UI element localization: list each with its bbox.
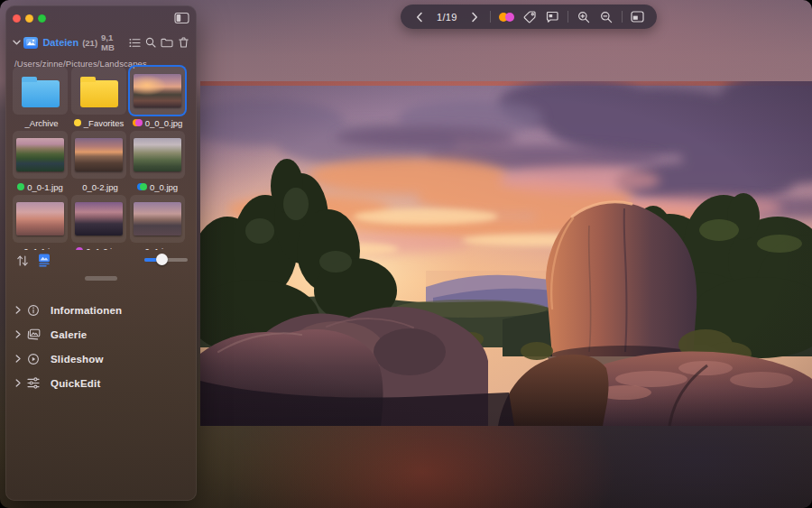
photo-viewer[interactable] bbox=[200, 81, 812, 426]
folder-tile[interactable] bbox=[13, 67, 68, 115]
thumbnail bbox=[134, 202, 181, 236]
picture-glyph bbox=[26, 39, 36, 46]
image-tile-selected[interactable] bbox=[130, 67, 185, 115]
fullscreen-button[interactable] bbox=[38, 14, 46, 23]
file-item[interactable]: _Archive bbox=[13, 67, 68, 131]
zoom-in-icon bbox=[577, 11, 590, 23]
file-item[interactable]: 0_0_0.jpg bbox=[130, 67, 185, 131]
image-tile[interactable] bbox=[130, 195, 185, 243]
section-slideshow[interactable]: Slideshow bbox=[5, 346, 197, 371]
toolbar-divider bbox=[490, 11, 491, 23]
sidebar-panel: Dateien (21) 9,1 MB bbox=[5, 5, 197, 501]
chevron-right-icon bbox=[471, 12, 478, 23]
files-section-title[interactable]: Dateien bbox=[42, 37, 78, 48]
section-label: Informationen bbox=[51, 305, 122, 316]
thumbnail bbox=[16, 202, 64, 236]
file-item[interactable]: 0_1-1.jpg bbox=[13, 195, 68, 250]
previous-image-button[interactable] bbox=[412, 9, 427, 25]
file-name: 0_0-1.jpg bbox=[27, 182, 63, 192]
landscape-photo bbox=[200, 81, 812, 426]
thumbnail bbox=[134, 138, 181, 171]
image-tile[interactable] bbox=[71, 195, 126, 243]
blue-folder-icon bbox=[22, 80, 60, 107]
chevron-right-icon bbox=[15, 355, 26, 363]
file-name: 0_1.jpg bbox=[144, 246, 172, 251]
section-label: QuickEdit bbox=[51, 378, 100, 389]
view-mode-button[interactable] bbox=[37, 252, 51, 268]
info-circle-icon bbox=[27, 304, 42, 317]
sort-arrows-icon bbox=[16, 254, 29, 267]
color-tag-button[interactable] bbox=[499, 9, 514, 25]
files-header: Dateien (21) 9,1 MB bbox=[13, 35, 189, 50]
section-quickedit[interactable]: QuickEdit bbox=[5, 371, 197, 395]
close-button[interactable] bbox=[13, 14, 21, 23]
file-name: 0_0_0.jpg bbox=[145, 118, 183, 128]
minimize-button[interactable] bbox=[25, 14, 33, 23]
file-name: 0_1-2.jpg bbox=[86, 246, 122, 251]
comment-button[interactable] bbox=[545, 9, 559, 25]
collapse-files-button[interactable] bbox=[13, 40, 22, 45]
search-button[interactable] bbox=[144, 34, 157, 51]
tag-dots bbox=[76, 247, 83, 250]
file-item[interactable]: 0_0.jpg bbox=[130, 131, 185, 195]
image-counter: 1/19 bbox=[435, 12, 459, 23]
yellow-folder-icon bbox=[80, 80, 118, 107]
gallery-icon bbox=[27, 328, 42, 340]
section-galerie[interactable]: Galerie bbox=[5, 322, 197, 346]
file-item[interactable]: 0_1.jpg bbox=[130, 195, 185, 250]
chevron-left-icon bbox=[416, 12, 423, 23]
toolbar-divider bbox=[567, 11, 568, 23]
slider-knob[interactable] bbox=[156, 254, 168, 265]
chevron-down-icon bbox=[13, 40, 21, 45]
file-item[interactable]: 0_1-2.jpg bbox=[71, 195, 126, 250]
files-count: (21) bbox=[82, 38, 97, 48]
zoom-out-icon bbox=[600, 11, 613, 23]
section-label: Slideshow bbox=[51, 354, 104, 365]
thumbnail bbox=[75, 202, 123, 236]
toolbar-divider bbox=[622, 11, 623, 23]
sidebar-toggle-button[interactable] bbox=[174, 12, 189, 24]
sort-button[interactable] bbox=[15, 253, 30, 269]
file-name: 0_0-2.jpg bbox=[82, 182, 118, 192]
list-view-button[interactable] bbox=[128, 34, 141, 51]
thumbnail bbox=[16, 138, 64, 171]
next-image-button[interactable] bbox=[467, 9, 482, 25]
fit-window-icon bbox=[631, 11, 644, 23]
file-name: 0_0.jpg bbox=[150, 182, 178, 192]
image-tile[interactable] bbox=[71, 131, 126, 179]
grid-controls bbox=[5, 251, 197, 271]
zoom-in-button[interactable] bbox=[577, 9, 591, 25]
folder-tile[interactable] bbox=[71, 67, 126, 115]
image-tile[interactable] bbox=[130, 131, 185, 179]
file-name: _Archive bbox=[25, 118, 59, 128]
file-item[interactable]: 0_0-2.jpg bbox=[71, 131, 126, 195]
section-informationen[interactable]: Informationen bbox=[5, 298, 197, 322]
file-name: _Favorites bbox=[84, 118, 124, 128]
fit-window-button[interactable] bbox=[631, 9, 645, 25]
tag-button[interactable] bbox=[522, 9, 537, 25]
color-tags-icon bbox=[499, 13, 514, 22]
tag-dots bbox=[17, 183, 24, 190]
image-tile[interactable] bbox=[13, 131, 68, 179]
play-circle-icon bbox=[27, 353, 42, 365]
open-folder-button[interactable] bbox=[161, 34, 173, 51]
tag-dots bbox=[74, 119, 81, 126]
search-icon bbox=[145, 37, 156, 48]
chevron-right-icon bbox=[15, 306, 26, 314]
panel-resize-handle[interactable] bbox=[85, 276, 117, 281]
chevron-right-icon bbox=[15, 330, 26, 338]
comment-icon bbox=[546, 11, 558, 23]
image-tile[interactable] bbox=[13, 195, 68, 243]
trash-button[interactable] bbox=[177, 34, 189, 51]
viewer-toolbar: 1/19 bbox=[401, 5, 657, 29]
files-app-icon bbox=[23, 37, 39, 49]
thumbnail-size-slider[interactable] bbox=[144, 258, 188, 262]
file-item[interactable]: _Favorites bbox=[71, 67, 126, 131]
chevron-right-icon bbox=[15, 379, 26, 387]
sliders-icon bbox=[27, 377, 42, 389]
files-size: 9,1 MB bbox=[101, 32, 128, 52]
file-item[interactable]: 0_0-1.jpg bbox=[13, 131, 68, 195]
folder-icon bbox=[161, 38, 173, 48]
view-mode-icon bbox=[37, 253, 51, 267]
zoom-out-button[interactable] bbox=[599, 9, 614, 25]
